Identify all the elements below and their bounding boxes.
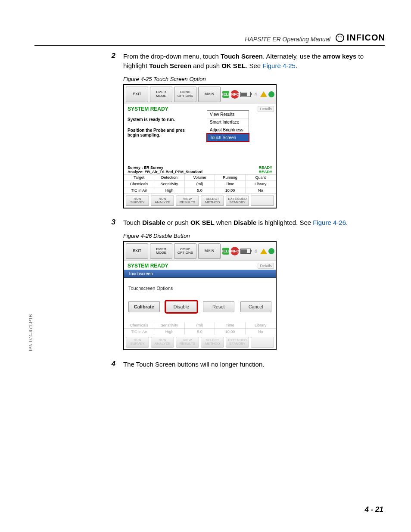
figure-4-25-caption: Figure 4-25 Touch Screen Option [123,76,385,82]
run-analyze-button: RUNANALYZE [151,337,174,348]
toolbar: EXIT EMERMODE CONCOPTIONS MAIN HELP INFO… [124,242,276,261]
step-text: From the drop-down menu, touch Touch Scr… [123,52,385,71]
figure-4-26-link[interactable]: Figure 4-26 [313,219,346,226]
brand-ring-icon [336,34,344,42]
warning-icon [260,249,267,254]
battery-icon [240,249,251,254]
probe-instruction: Position the Probe and prese to begin sa… [128,128,272,137]
bottom-bar: RUNSURVEY RUNANALYZE VIEWRESULTS SELECTM… [124,194,276,208]
info-icon[interactable]: INFO [229,88,241,100]
conc-options-button[interactable]: CONCOPTIONS [174,87,196,102]
side-doc-code: IPN 074-471-P1B [28,314,33,351]
brand-text: INFICON [347,33,385,43]
conc-options-button[interactable]: CONCOPTIONS [174,243,196,259]
menu-smart-interface[interactable]: Smart Interface [207,118,249,126]
screenshot-figure-4-26: EXIT EMERMODE CONCOPTIONS MAIN HELP INFO… [123,241,277,350]
exit-button[interactable]: EXIT [126,87,148,102]
survey-table: TargetDetectionVolumeRunningQuant Chemic… [124,174,276,194]
step-text: The Touch Screen buttons will no longer … [123,360,264,369]
figure-4-26-caption: Figure 4-26 Disable Button [123,233,385,239]
step-2: 2 From the drop-down menu, touch Touch S… [108,52,385,71]
survey-ready: READY [258,165,272,170]
menu-view-results[interactable]: View Results [207,111,249,118]
extended-standby-button: EXTENDEDSTANDBY [226,337,249,348]
run-survey-button[interactable]: RUNSURVEY [126,196,149,206]
disable-button[interactable]: Disable [166,301,197,312]
page-number: 4 - 21 [365,505,383,514]
step-4: 4 The Touch Screen buttons will no longe… [108,360,385,369]
main-button[interactable]: MAIN [198,87,221,102]
printer-icon[interactable]: ⎙ [252,91,259,98]
select-method-button[interactable]: SELECTMETHOD [201,196,224,206]
exit-button[interactable]: EXIT [126,243,148,259]
step-number: 3 [108,218,115,227]
menu-touch-screen[interactable]: Touch Screen [207,134,249,141]
survey-label: Survey : ER Survey [128,165,163,170]
globe-icon[interactable] [268,91,274,97]
toolbar: EXIT EMERMODE CONCOPTIONS MAIN HELP INFO… [124,85,276,104]
help-icon[interactable]: HELP [222,248,229,255]
cancel-button[interactable]: Cancel [240,301,272,312]
view-results-button: VIEWRESULTS [176,337,199,348]
touchscreen-options-heading: Touchscreen Options [128,286,271,291]
step-3: 3 Touch Disable or push OK SEL when Disa… [108,218,385,227]
figure-4-25-link[interactable]: Figure 4-25 [262,62,296,69]
globe-icon[interactable] [268,248,274,254]
info-icon[interactable]: INFO [229,245,241,257]
manual-title: HAPSITE ER Operating Manual [245,36,330,43]
select-method-button: SELECTMETHOD [201,337,224,348]
details-button[interactable]: Details [258,106,274,112]
details-button[interactable]: Details [258,263,274,269]
survey-table-dimmed: ChemicalsSensitivity(ml)TimeLibrary TIC … [124,322,276,335]
empty-button [251,337,274,348]
system-ready-label: SYSTEM READY [128,106,168,112]
step-text: Touch Disable or push OK SEL when Disabl… [123,218,348,227]
analyze-label: Analyze: ER_Air_Tri-Bed_PPM_Standard [128,170,202,174]
view-results-button[interactable]: VIEWRESULTS [176,196,199,206]
calibrate-button[interactable]: Calibrate [128,301,160,312]
conc-options-dropdown[interactable]: View Results Smart Interface Adjust Brig… [207,110,249,142]
ready-message: System is ready to run. [128,117,272,122]
bottom-bar-dimmed: RUNSURVEY RUNANALYZE VIEWRESULTS SELECTM… [124,335,276,349]
run-analyze-button[interactable]: RUNANALYZE [151,196,174,206]
printer-icon[interactable]: ⎙ [252,248,259,255]
brand-logo: INFICON [336,33,385,43]
analyze-ready: READY [258,170,272,174]
emer-mode-button[interactable]: EMERMODE [150,243,172,259]
reset-button[interactable]: Reset [203,301,234,312]
step-number: 4 [108,360,115,369]
empty-button [251,196,274,206]
screenshot-figure-4-25: EXIT EMERMODE CONCOPTIONS MAIN HELP INFO… [123,84,277,209]
warning-icon [260,91,267,97]
battery-icon [240,92,251,97]
emer-mode-button[interactable]: EMERMODE [150,87,172,102]
step-number: 2 [108,52,115,71]
main-button[interactable]: MAIN [198,243,221,259]
touchscreen-tab[interactable]: Touchscreen [124,270,276,278]
menu-adjust-brightness[interactable]: Adjust Brightness [207,126,249,134]
extended-standby-button[interactable]: EXTENDEDSTANDBY [226,196,249,206]
system-ready-label: SYSTEM READY [128,263,168,269]
run-survey-button: RUNSURVEY [126,337,149,348]
help-icon[interactable]: HELP [222,91,229,98]
